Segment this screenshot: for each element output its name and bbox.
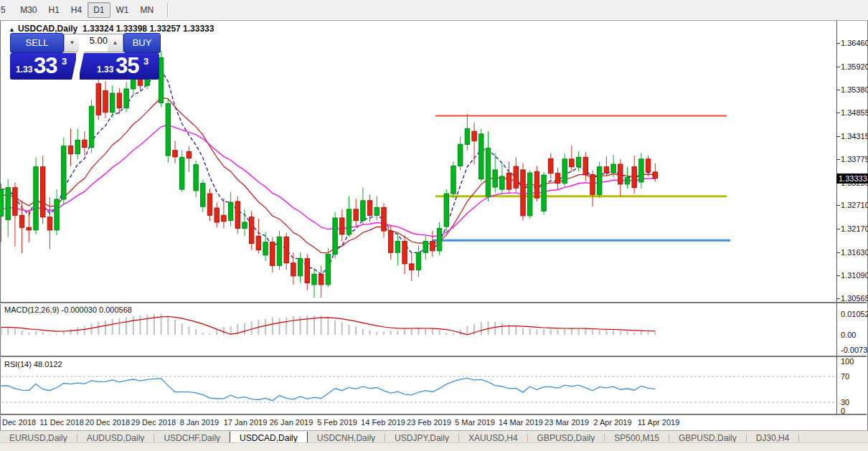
- date-axis-label: 14 Feb 2019: [361, 418, 405, 427]
- tab-separator: [798, 434, 799, 442]
- bottom-strip: [0, 442, 868, 451]
- timeframe-button-h1[interactable]: H1: [42, 2, 65, 18]
- date-axis-label: 2 Apr 2019: [593, 418, 631, 427]
- price-axis-label: 1.35920: [841, 62, 868, 71]
- one-click-trading-widget: SELL ▼ 5.00 ▲ BUY 1.33 33 3 1.33 35 3: [10, 33, 159, 80]
- volume-increase-button[interactable]: ▲: [108, 34, 123, 52]
- macd-label: MACD(12,26,9) -0.000030 0.000568: [4, 305, 132, 314]
- sell-price-small: 1.33: [16, 65, 32, 75]
- price-axis-tick: [836, 205, 840, 206]
- rsi-axis-label: 30: [841, 398, 849, 407]
- date-axis-label: 23 Mar 2019: [544, 418, 589, 427]
- date-axis-label: 23 Feb 2019: [407, 418, 451, 427]
- chart-header: ▲USDCAD,Daily 1.33324 1.33398 1.33257 1.…: [9, 24, 214, 34]
- price-axis-label: 1.31630: [841, 248, 868, 257]
- timeframe-button-w1[interactable]: W1: [110, 2, 135, 18]
- price-axis-tick: [836, 252, 840, 253]
- date-axis-label: 11 Apr 2019: [638, 418, 680, 427]
- date-axis-label: 8 Jan 2019: [180, 418, 219, 427]
- date-axis-label: 1 Dec 2018: [0, 418, 36, 427]
- price-axis-label: 1.32710: [841, 201, 868, 209]
- buy-price-panel[interactable]: 1.33 35 3: [80, 53, 159, 80]
- macd-axis-label: 0.00: [841, 331, 856, 339]
- price-axis-border: [836, 21, 837, 414]
- price-axis-label: 1.31090: [841, 271, 868, 280]
- volume-decrease-button[interactable]: ▼: [64, 34, 80, 52]
- chart-tabs-bar: EURUSD,DailyAUDUSD,DailyUSDCHF,DailyUSDC…: [0, 430, 868, 443]
- timeframe-button-partial[interactable]: 5: [0, 2, 11, 18]
- collapse-icon[interactable]: ▲: [9, 26, 15, 33]
- macd-axis-label: -0.0073: [841, 346, 867, 354]
- timeframe-button-mn[interactable]: MN: [135, 2, 160, 18]
- panel-separator-rsi[interactable]: [0, 356, 867, 357]
- price-axis-label: 1.35380: [841, 85, 868, 94]
- sell-price-panel[interactable]: 1.33 33 3: [10, 53, 76, 80]
- price-axis-label: 1.34855: [841, 108, 868, 117]
- chart-title: USDCAD,Daily: [18, 24, 77, 34]
- date-axis-label: 17 Jan 2019: [224, 418, 268, 427]
- sell-button[interactable]: SELL: [10, 33, 64, 53]
- price-axis-tick: [836, 159, 840, 160]
- date-axis-label: 14 Mar 2019: [499, 418, 543, 427]
- current-price-box: 1.33333: [836, 174, 868, 184]
- panel-separator-dates: [0, 414, 867, 415]
- timeframe-button-m30[interactable]: M30: [14, 2, 42, 18]
- buy-price-pip: 3: [143, 56, 148, 67]
- date-axis-label: 29 Dec 2018: [131, 418, 176, 427]
- sell-price-pip: 3: [62, 56, 67, 67]
- price-axis-tick: [836, 136, 840, 137]
- timeframe-toolbar: 5 M30H1H4D1W1MN: [0, 0, 868, 21]
- macd-axis-label: 0.010525: [841, 310, 868, 318]
- chart-ohlc-values: 1.33324 1.33398 1.33257 1.33333: [82, 24, 214, 34]
- price-axis-tick: [836, 67, 840, 67]
- date-axis-label: 5 Mar 2019: [455, 418, 495, 427]
- trading-platform-window: 5 M30H1H4D1W1MN ▲USDCAD,Daily 1.33324 1.…: [0, 0, 868, 451]
- price-axis-label: 1.36460: [841, 39, 868, 47]
- panel-separator-macd[interactable]: [0, 302, 867, 303]
- rsi-axis-label: 70: [841, 372, 849, 381]
- timeframe-button-d1[interactable]: D1: [88, 2, 110, 18]
- date-axis-label: 11 Dec 2018: [39, 418, 84, 427]
- price-axis-tick: [836, 113, 840, 113]
- price-axis-tick: [836, 43, 840, 44]
- buy-price-big: 35: [115, 53, 138, 79]
- toolbar-separator: [167, 3, 168, 17]
- price-axis-tick: [836, 275, 840, 276]
- sell-price-big: 33: [34, 53, 57, 79]
- price-axis-label: 1.30565: [841, 294, 868, 303]
- date-axis-label: 5 Feb 2019: [317, 418, 357, 427]
- rsi-axis-label: 100: [841, 357, 854, 366]
- date-axis-label: 26 Jan 2019: [270, 418, 313, 427]
- volume-input[interactable]: 5.00: [79, 34, 111, 52]
- timeframe-buttons: M30H1H4D1W1MN: [14, 3, 159, 15]
- price-axis-label: 1.32170: [841, 224, 868, 233]
- price-axis-tick: [836, 229, 840, 229]
- date-axis-label: 20 Dec 2018: [85, 418, 130, 427]
- buy-button[interactable]: BUY: [123, 33, 161, 53]
- price-axis-label: 1.33775: [841, 155, 868, 163]
- price-axis-label: 1.34315: [841, 132, 868, 141]
- buy-price-small: 1.33: [97, 65, 113, 75]
- price-axis-tick: [836, 90, 840, 90]
- rsi-label: RSI(14) 48.0122: [4, 360, 62, 369]
- chart-window[interactable]: [0, 21, 868, 430]
- price-axis-tick: [836, 298, 840, 299]
- rsi-axis-label: 0: [841, 407, 845, 415]
- timeframe-button-h4[interactable]: H4: [65, 2, 88, 18]
